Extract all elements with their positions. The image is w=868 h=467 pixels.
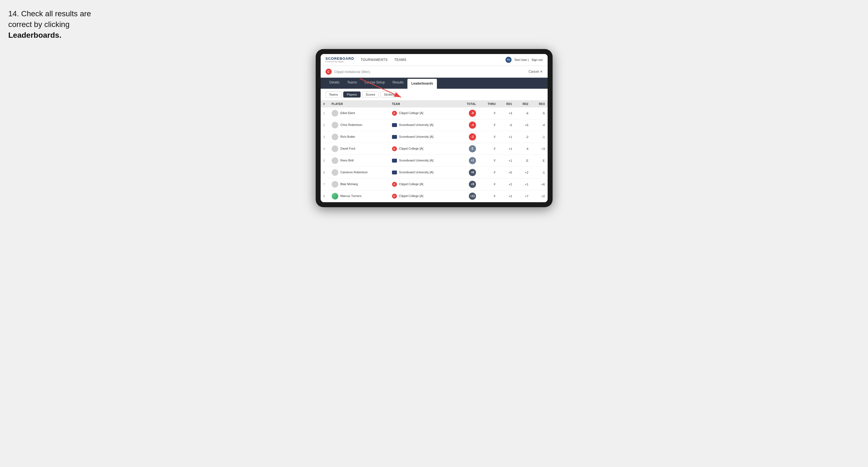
cell-rd1: +1 — [498, 143, 515, 155]
cell-rd2: +1 — [515, 178, 531, 190]
team-logo-c: C — [392, 146, 397, 151]
cell-team: CClippd College [A] — [389, 143, 458, 155]
cell-thru: F — [479, 190, 498, 202]
col-header-player: PLAYER — [329, 100, 389, 107]
nav-links: TOURNAMENTS TEAMS — [361, 57, 505, 63]
cell-total: +9 — [457, 178, 479, 190]
table-row: 3Rich ButlerScoreboard University [A]-2F… — [321, 131, 548, 143]
cell-player: Rees Britt — [329, 155, 389, 166]
tab-details[interactable]: Details — [326, 78, 343, 89]
nav-signout[interactable]: Sign out — [531, 58, 542, 61]
player-name: David Ford — [340, 147, 355, 150]
score-badge: +9 — [469, 181, 476, 188]
cell-team: Scoreboard University [A] — [389, 119, 458, 131]
player-avatar — [332, 181, 338, 188]
tournament-logo: C — [326, 69, 332, 75]
tab-leaderboards[interactable]: Leaderboards — [407, 79, 437, 89]
tab-course-setup[interactable]: Course Setup — [361, 78, 389, 89]
page-container: 14. Check all results are correct by cli… — [8, 8, 860, 207]
team-name: Scoreboard University [A] — [399, 170, 434, 174]
cell-rd3: +6 — [531, 178, 547, 190]
cell-rd2: -2 — [515, 131, 531, 143]
cell-rd1: +2 — [498, 190, 515, 202]
score-badge: E — [469, 145, 476, 152]
cell-rd3: +2 — [531, 190, 547, 202]
cell-team: CClippd College [A] — [389, 107, 458, 119]
cell-player: Marcus Turners — [329, 190, 389, 202]
cell-rd3: E — [531, 155, 547, 166]
cancel-button[interactable]: Cancel ✕ — [529, 70, 543, 73]
cell-player: Rich Butler — [329, 131, 389, 143]
logo-text: SCOREBOARD — [326, 57, 354, 60]
cell-rd1: +3 — [498, 107, 515, 119]
team-logo-rect — [392, 170, 397, 175]
cell-rank: 4 — [321, 143, 329, 155]
score-badge: +11 — [469, 193, 476, 200]
player-name: Rich Butler — [340, 135, 355, 138]
cell-player: Blair McHarg — [329, 178, 389, 190]
team-name: Scoreboard University [A] — [399, 123, 434, 126]
col-header-team: TEAM — [389, 100, 458, 107]
team-logo-c: C — [392, 182, 397, 187]
player-avatar — [332, 146, 338, 152]
tabs-bar: Details Teams Course Setup Results Leade… — [321, 78, 548, 89]
player-avatar — [332, 157, 338, 164]
player-name: Rees Britt — [340, 158, 354, 162]
col-header-rank: # — [321, 100, 329, 107]
cell-rd3: -1 — [531, 131, 547, 143]
cell-rank: 2 — [321, 119, 329, 131]
tournament-subtitle: (Men) — [362, 70, 370, 74]
team-name: Clippd College [A] — [399, 194, 424, 197]
player-avatar — [332, 193, 338, 199]
col-header-rd1: RD1 — [498, 100, 515, 107]
instruction-block: 14. Check all results are correct by cli… — [8, 8, 113, 41]
cell-rd3: -1 — [531, 166, 547, 178]
filter-players[interactable]: Players — [343, 91, 361, 97]
cell-thru: F — [479, 131, 498, 143]
score-badge: -4 — [469, 122, 476, 129]
cell-thru: F — [479, 166, 498, 178]
cell-rank: 1 — [321, 107, 329, 119]
cell-rd3: +3 — [531, 143, 547, 155]
cell-total: -2 — [457, 131, 479, 143]
cell-rd2: -6 — [515, 107, 531, 119]
player-name: Blair McHarg — [340, 182, 358, 185]
cell-rd2: +2 — [515, 166, 531, 178]
cell-player: Elliot Ebert — [329, 107, 389, 119]
player-avatar — [332, 110, 338, 117]
score-badge: +1 — [469, 157, 476, 164]
cell-total: -8 — [457, 107, 479, 119]
cell-thru: F — [479, 155, 498, 166]
cell-thru: F — [479, 143, 498, 155]
cell-rd1: +1 — [498, 155, 515, 166]
player-name: Elliot Ebert — [340, 111, 355, 114]
table-row: 8Marcus TurnersCClippd College [A]+11F+2… — [321, 190, 548, 202]
filter-teams[interactable]: Teams — [326, 91, 342, 97]
filter-strokes[interactable]: Strokes — [380, 91, 398, 97]
tournament-title: Clippd Invitational (Men) — [334, 69, 529, 74]
cell-player: David Ford — [329, 143, 389, 155]
col-header-rd3: RD3 — [531, 100, 547, 107]
cell-rd1: -5 — [498, 119, 515, 131]
filter-row: Teams Players Scores Strokes — [321, 89, 548, 100]
tab-results[interactable]: Results — [389, 78, 407, 89]
player-name: Chris Robertson — [340, 123, 362, 126]
col-header-thru: THRU — [479, 100, 498, 107]
col-header-rd2: RD2 — [515, 100, 531, 107]
cell-total: -4 — [457, 119, 479, 131]
nav-link-teams[interactable]: TEAMS — [394, 57, 406, 63]
cell-rd3: -4 — [531, 119, 547, 131]
tab-teams[interactable]: Teams — [343, 78, 361, 89]
table-row: 4David FordCClippd College [A]EF+1-4+3 — [321, 143, 548, 155]
cell-total: +6 — [457, 166, 479, 178]
team-logo-rect — [392, 159, 397, 162]
col-header-total: TOTAL — [457, 100, 479, 107]
table-row: 1Elliot EbertCClippd College [A]-8F+3-6-… — [321, 107, 548, 119]
nav-link-tournaments[interactable]: TOURNAMENTS — [361, 57, 388, 63]
cell-thru: F — [479, 119, 498, 131]
cell-rd1: +2 — [498, 178, 515, 190]
table-row: 2Chris RobertsonScoreboard University [A… — [321, 119, 548, 131]
filter-scores[interactable]: Scores — [362, 91, 379, 97]
player-name: Marcus Turners — [340, 194, 362, 197]
navbar: SCOREBOARD Powered by clippd TOURNAMENTS… — [321, 54, 548, 66]
